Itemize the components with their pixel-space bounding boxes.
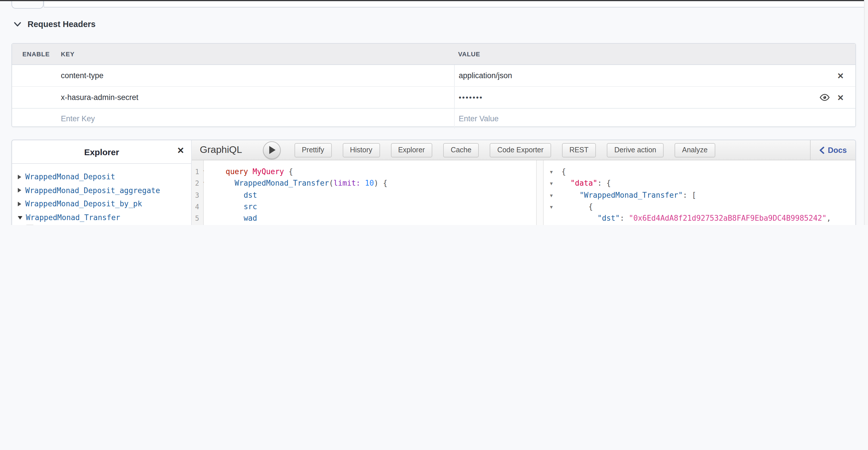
request-headers-title[interactable]: Request Headers xyxy=(28,20,96,29)
page-scrollbar[interactable] xyxy=(864,0,868,225)
docs-label: Docs xyxy=(828,146,847,154)
toolbar-button-explorer[interactable]: Explorer xyxy=(391,143,432,157)
graphiql-logo: GraphiQL xyxy=(200,144,242,156)
column-enable: ENABLE xyxy=(12,51,61,57)
chevron-left-icon xyxy=(819,146,825,154)
expand-triangle-icon[interactable] xyxy=(18,188,21,193)
docs-toggle[interactable]: Docs xyxy=(810,140,856,160)
toolbar-button-history[interactable]: History xyxy=(342,143,380,157)
fold-arrow-icon[interactable]: ▼ xyxy=(550,170,553,175)
endpoint-url-input-partial[interactable] xyxy=(43,1,864,7)
expand-triangle-icon[interactable] xyxy=(18,175,21,179)
close-icon[interactable]: ✕ xyxy=(177,146,184,154)
fold-arrow-icon[interactable]: ▼ xyxy=(550,181,553,187)
new-header-row: Enter Key Enter Value xyxy=(12,108,856,129)
line-number: 3 xyxy=(195,191,199,199)
editor-scrollbar[interactable] xyxy=(536,160,544,225)
remove-header-icon[interactable]: ✕ xyxy=(837,93,844,102)
reveal-value-eye-icon[interactable] xyxy=(820,94,830,101)
explorer-panel: Explorer ✕ WrappedMonad_DepositWrappedMo… xyxy=(12,140,192,225)
line-number: 5 xyxy=(195,214,199,222)
toolbar-button-derive-action[interactable]: Derive action xyxy=(607,143,663,157)
request-headers-table: ENABLE KEY VALUE content-type applicatio… xyxy=(11,43,856,127)
masked-header-value[interactable]: ••••••• xyxy=(459,93,483,102)
explorer-item-WrappedMonad_Deposit[interactable]: WrappedMonad_Deposit xyxy=(12,170,191,184)
response-viewer: {▼ "data": {▼ "WrappedMonad_Transfer": [… xyxy=(544,160,856,225)
remove-header-icon[interactable]: ✕ xyxy=(837,72,844,80)
header-key[interactable]: content-type xyxy=(61,71,454,80)
toolbar-buttons: PrettifyHistoryExplorerCacheCode Exporte… xyxy=(294,143,726,157)
endpoint-method-button-partial[interactable] xyxy=(11,1,43,9)
explorer-title: Explorer xyxy=(84,147,119,157)
toolbar-button-prettify[interactable]: Prettify xyxy=(294,143,332,157)
line-number: 2 xyxy=(195,179,199,188)
new-header-value-input[interactable]: Enter Value xyxy=(454,109,856,129)
line-number: 4 xyxy=(195,203,199,211)
fold-arrow-icon[interactable]: ▼ xyxy=(550,193,553,198)
toolbar-button-cache[interactable]: Cache xyxy=(443,143,479,157)
execute-query-button[interactable] xyxy=(262,141,280,159)
collapse-triangle-icon[interactable] xyxy=(18,216,22,220)
line-number: 1 xyxy=(195,168,199,176)
toolbar-button-rest[interactable]: REST xyxy=(562,143,596,157)
toolbar-button-analyze[interactable]: Analyze xyxy=(675,143,715,157)
editor-gutter: 1▼2▼345678 xyxy=(192,160,204,225)
query-editor[interactable]: query MyQuery { WrappedMonad_Transfer(li… xyxy=(204,160,536,225)
explorer-tree: WrappedMonad_DepositWrappedMonad_Deposit… xyxy=(12,163,191,225)
play-icon xyxy=(269,146,276,154)
explorer-item-WrappedMonad_Deposit_aggregate[interactable]: WrappedMonad_Deposit_aggregate xyxy=(12,184,191,197)
header-row-admin-secret: x-hasura-admin-secret ••••••• ✕ xyxy=(12,86,856,108)
expand-triangle-icon[interactable] xyxy=(18,202,21,206)
explorer-item-distinct_on[interactable]: distinct_on: xyxy=(12,224,191,225)
collapse-chevron-icon[interactable] xyxy=(14,19,21,29)
graphiql-panel: Explorer ✕ WrappedMonad_DepositWrappedMo… xyxy=(11,140,856,225)
fold-arrow-icon[interactable]: ▼ xyxy=(550,205,553,210)
hasura-api-explorer-page: Request Headers ENABLE KEY VALUE content… xyxy=(0,0,868,225)
header-value[interactable]: application/json xyxy=(459,71,512,80)
table-header-row: ENABLE KEY VALUE xyxy=(12,44,856,65)
explorer-item-WrappedMonad_Deposit_by_pk[interactable]: WrappedMonad_Deposit_by_pk xyxy=(12,197,191,210)
toolbar-button-code-exporter[interactable]: Code Exporter xyxy=(490,143,551,157)
header-key[interactable]: x-hasura-admin-secret xyxy=(61,93,454,102)
explorer-item-WrappedMonad_Transfer[interactable]: WrappedMonad_Transfer xyxy=(12,210,191,224)
header-row-content-type: content-type application/json ✕ xyxy=(12,65,856,86)
graphiql-toolbar: GraphiQL PrettifyHistoryExplorerCacheCod… xyxy=(192,140,856,160)
column-key: KEY xyxy=(61,51,454,57)
field-checkbox[interactable] xyxy=(26,225,34,225)
column-value: VALUE xyxy=(454,51,856,57)
new-header-key-input[interactable]: Enter Key xyxy=(61,114,454,123)
